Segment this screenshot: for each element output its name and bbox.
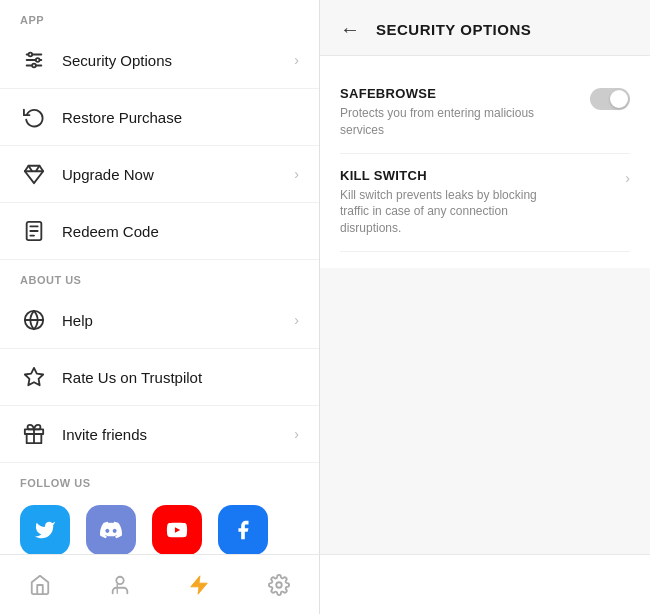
nav-left (0, 555, 320, 614)
help-label: Help (62, 312, 294, 329)
receipt-icon (20, 217, 48, 245)
star-icon (20, 363, 48, 391)
bottom-nav (0, 554, 650, 614)
safebrowse-toggle[interactable] (590, 88, 630, 110)
svg-marker-12 (25, 368, 43, 385)
kill-switch-desc: Kill switch prevents leaks by blocking t… (340, 187, 540, 237)
rate-us-label: Rate Us on Trustpilot (62, 369, 299, 386)
diamond-icon (20, 160, 48, 188)
security-options-label: Security Options (62, 52, 294, 69)
security-options-header: ← SECURITY OPTIONS (320, 0, 650, 56)
gift-icon (20, 420, 48, 448)
twitter-icon (20, 505, 70, 554)
security-options-title: SECURITY OPTIONS (376, 21, 531, 38)
restore-icon (20, 103, 48, 131)
follow-section-label: FOLLOW US (20, 477, 299, 495)
menu-item-security-options[interactable]: Security Options › (0, 32, 319, 89)
facebook-icon (218, 505, 268, 554)
svg-point-16 (116, 576, 123, 583)
kill-switch-row: KILL SWITCH Kill switch prevents leaks b… (340, 168, 630, 237)
nav-settings[interactable] (252, 566, 306, 604)
svg-marker-18 (191, 575, 208, 593)
menu-item-help[interactable]: Help › (0, 292, 319, 349)
settings-icon (268, 574, 290, 596)
app-section-label: APP (0, 0, 319, 32)
svg-point-5 (32, 64, 36, 68)
svg-point-3 (29, 53, 33, 57)
bolt-icon (188, 574, 210, 596)
redeem-code-label: Redeem Code (62, 223, 299, 240)
home-icon (29, 574, 51, 596)
safebrowse-title: SAFEBROWSE (340, 86, 580, 101)
discord-icon (86, 505, 136, 554)
right-panel: ← SECURITY OPTIONS SAFEBROWSE Protects y… (320, 0, 650, 554)
nav-bolt[interactable] (172, 566, 226, 604)
profile-icon (109, 574, 131, 596)
chevron-right-icon: › (294, 312, 299, 328)
kill-switch-title: KILL SWITCH (340, 168, 615, 183)
restore-purchase-label: Restore Purchase (62, 109, 299, 126)
svg-point-19 (276, 582, 282, 588)
menu-item-rate-us[interactable]: Rate Us on Trustpilot (0, 349, 319, 406)
invite-friends-label: Invite friends (62, 426, 294, 443)
kill-switch-info: KILL SWITCH Kill switch prevents leaks b… (340, 168, 615, 237)
social-item-youtube[interactable]: Youtube (152, 505, 202, 554)
svg-point-4 (36, 58, 40, 62)
safebrowse-info: SAFEBROWSE Protects you from entering ma… (340, 86, 580, 139)
youtube-icon (152, 505, 202, 554)
nav-home[interactable] (13, 566, 67, 604)
about-section-label: ABOUT US (0, 260, 319, 292)
kill-switch-chevron: › (625, 170, 630, 186)
chevron-right-icon: › (294, 52, 299, 68)
chevron-right-icon: › (294, 426, 299, 442)
back-button[interactable]: ← (340, 18, 360, 41)
security-options-content: SAFEBROWSE Protects you from entering ma… (320, 56, 650, 268)
kill-switch-option[interactable]: KILL SWITCH Kill switch prevents leaks b… (340, 154, 630, 252)
menu-item-upgrade-now[interactable]: Upgrade Now › (0, 146, 319, 203)
safebrowse-desc: Protects you from entering malicious ser… (340, 105, 540, 139)
globe-icon (20, 306, 48, 334)
left-panel: APP Security Options › Re (0, 0, 320, 554)
social-icons-row: Twitter Discord (20, 505, 299, 554)
chevron-right-icon: › (294, 166, 299, 182)
sliders-icon (20, 46, 48, 74)
menu-item-invite-friends[interactable]: Invite friends › (0, 406, 319, 463)
safebrowse-option: SAFEBROWSE Protects you from entering ma… (340, 72, 630, 154)
menu-item-redeem-code[interactable]: Redeem Code (0, 203, 319, 260)
safebrowse-row: SAFEBROWSE Protects you from entering ma… (340, 86, 630, 139)
social-item-facebook[interactable]: Facebook (218, 505, 268, 554)
nav-profile[interactable] (93, 566, 147, 604)
follow-section: FOLLOW US Twitter (0, 463, 319, 554)
upgrade-now-label: Upgrade Now (62, 166, 294, 183)
social-item-twitter[interactable]: Twitter (20, 505, 70, 554)
social-item-discord[interactable]: Discord (86, 505, 136, 554)
menu-item-restore-purchase[interactable]: Restore Purchase (0, 89, 319, 146)
